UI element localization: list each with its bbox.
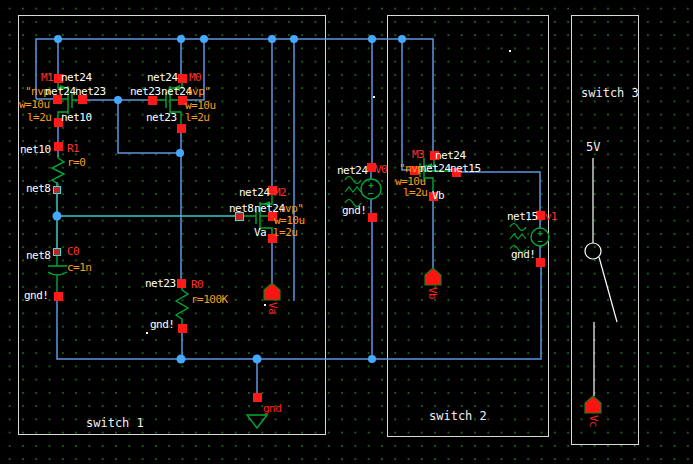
schematic-canvas: M1net24"nvpnet24net23w=10ul=2unet10net24… — [0, 0, 693, 464]
origin-dots — [146, 50, 511, 334]
transistor-m2[interactable] — [243, 192, 272, 236]
wire-net24-rail[interactable] — [36, 39, 433, 151]
pin-vc[interactable] — [585, 396, 601, 413]
switch3-box[interactable] — [572, 16, 639, 445]
vsource-v1[interactable] — [510, 224, 549, 253]
io-pins[interactable] — [264, 268, 601, 413]
ground-symbol[interactable] — [247, 415, 267, 428]
resistor-r1[interactable] — [52, 155, 64, 188]
wire-m0-bulk[interactable] — [186, 39, 204, 100]
wire-gnd-rail[interactable] — [57, 266, 541, 359]
vsource-v0[interactable] — [345, 177, 381, 207]
capacitor-c0[interactable] — [48, 256, 67, 292]
pin-vb[interactable] — [425, 268, 441, 285]
junction-dots[interactable] — [53, 35, 407, 364]
highlighted-terminals[interactable] — [54, 187, 244, 256]
switch3-symbol[interactable] — [585, 158, 617, 396]
schematic-drawing — [0, 0, 693, 464]
transistor-m3[interactable] — [414, 158, 454, 194]
switch2-box[interactable] — [388, 16, 549, 437]
resistor-r0[interactable] — [176, 287, 188, 324]
switch1-box[interactable] — [19, 16, 326, 435]
pin-va[interactable] — [264, 283, 280, 300]
wire-m3-gate[interactable] — [402, 39, 410, 170]
terminal-squares[interactable] — [53, 74, 545, 402]
wires-net8-highlight[interactable] — [57, 193, 236, 248]
wire-source-leads[interactable] — [371, 171, 540, 258]
wire-net15[interactable] — [461, 172, 540, 211]
